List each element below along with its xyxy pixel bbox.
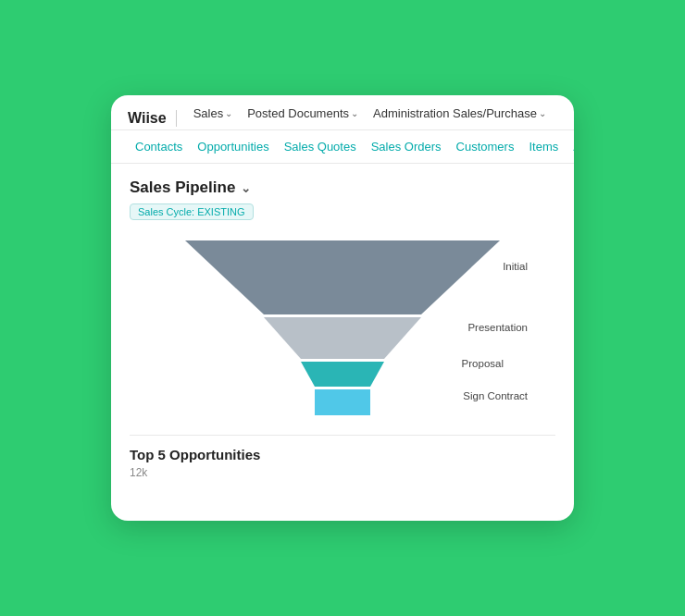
separator xyxy=(130,435,555,436)
brand-logo: Wiise xyxy=(128,110,167,127)
sales-pipeline-title: Sales Pipeline xyxy=(130,179,235,197)
label-proposal: Proposal xyxy=(462,358,504,369)
funnel-stage-sign-contract xyxy=(315,389,370,415)
main-card: Wiise Sales ⌄ Posted Documents ⌄ Adminis… xyxy=(111,95,574,521)
divider xyxy=(176,110,177,127)
subnav-sales-quotes[interactable]: Sales Quotes xyxy=(277,136,364,157)
subnav-customers[interactable]: Customers xyxy=(449,136,522,157)
subnav-sales-orders[interactable]: Sales Orders xyxy=(364,136,449,157)
subnav-items[interactable]: Items xyxy=(521,136,566,157)
label-initial: Initial xyxy=(503,261,528,272)
funnel-stage-presentation xyxy=(264,317,421,359)
funnel-stage-proposal xyxy=(301,362,384,387)
chevron-icon: ⌄ xyxy=(351,108,358,118)
top-bar: Wiise Sales ⌄ Posted Documents ⌄ Adminis… xyxy=(111,95,574,130)
label-presentation: Presentation xyxy=(467,322,528,333)
chevron-down-icon[interactable]: ⌄ xyxy=(241,181,251,195)
funnel-chart: Initial Presentation Proposal Sign Contr… xyxy=(130,231,555,425)
subnav-act[interactable]: Act xyxy=(566,136,574,157)
sub-nav: Contacts Opportunities Sales Quotes Sale… xyxy=(111,130,574,164)
subnav-opportunities[interactable]: Opportunities xyxy=(190,136,276,157)
funnel-stage-initial xyxy=(185,240,500,314)
sales-cycle-badge: Sales Cycle: EXISTING xyxy=(130,203,254,220)
label-sign-contract: Sign Contract xyxy=(463,390,528,401)
nav-administration[interactable]: Administration Sales/Purchase ⌄ xyxy=(366,106,554,129)
nav-posted-documents[interactable]: Posted Documents ⌄ xyxy=(240,106,366,129)
content-area: Sales Pipeline ⌄ Sales Cycle: EXISTING I… xyxy=(111,164,574,494)
section-header: Sales Pipeline ⌄ xyxy=(130,179,555,197)
top-opportunities-title: Top 5 Opportunities xyxy=(130,447,555,462)
chevron-icon: ⌄ xyxy=(225,108,232,118)
top-opportunities-value: 12k xyxy=(130,466,555,479)
subnav-contacts[interactable]: Contacts xyxy=(128,136,190,157)
nav-sales[interactable]: Sales ⌄ xyxy=(186,106,241,129)
main-nav: Sales ⌄ Posted Documents ⌄ Administratio… xyxy=(186,106,557,129)
chevron-icon: ⌄ xyxy=(539,108,546,118)
